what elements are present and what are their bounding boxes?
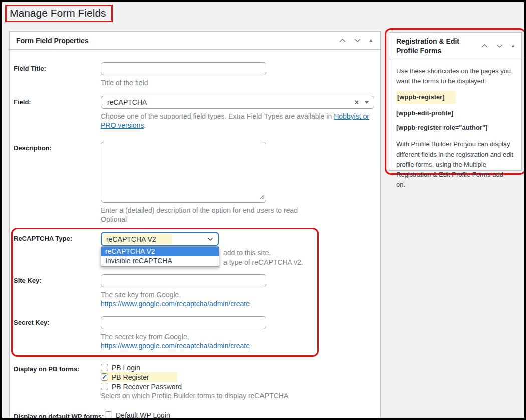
secret-key-row: Secret Key: The secret key from Google, … [14, 316, 317, 350]
recaptcha-type-value: reCAPTCHA V2 [104, 234, 172, 244]
pb-recover-label[interactable]: PB Recover Password [112, 383, 182, 391]
pb-register-highlight: ✓ PB Register [101, 372, 177, 382]
sidebar-panel-title: Registration & Edit Profile Forms [396, 37, 475, 56]
site-key-link[interactable]: https://www.google.com/recaptcha/admin/c… [101, 300, 250, 308]
pb-register-option: ✓ PB Register [101, 372, 380, 382]
pb-login-label[interactable]: PB Login [112, 364, 140, 372]
shortcode-line: [wppb-register role="author"] [396, 123, 514, 133]
manage-form-fields-page: { "page": { "title": "Manage Form Fields… [0, 0, 526, 420]
field-hint: Choose one of the supported field types.… [101, 112, 380, 130]
secret-key-input[interactable] [101, 316, 266, 329]
pb-forms-row: Display on PB forms: PB Login ✓ PB Regis… [10, 363, 380, 400]
clear-selection-icon[interactable]: × [355, 99, 359, 106]
move-down-icon[interactable] [496, 44, 503, 48]
pb-forms-label: Display on PB forms: [14, 363, 101, 400]
shortcode-wppb-register: [wppb-register] [396, 91, 456, 104]
field-title-hint: Title of the field [101, 78, 380, 87]
recaptcha-type-label: ReCAPTCHA Type: [14, 232, 101, 274]
wp-forms-row: Display on default WP forms: Default WP … [10, 410, 380, 420]
description-textarea[interactable] [101, 142, 266, 203]
recaptcha-hint-fragment-1: add to this site. [223, 249, 271, 257]
wp-login-checkbox[interactable] [105, 411, 112, 419]
pb-recover-option: PB Recover Password [101, 382, 380, 391]
dropdown-arrow-icon[interactable] [365, 101, 369, 104]
field-label: Field: [14, 96, 101, 130]
field-title-input[interactable] [101, 62, 266, 75]
pb-register-checkbox[interactable]: ✓ [101, 373, 108, 381]
description-label: Description: [14, 142, 101, 224]
recaptcha-type-select[interactable]: reCAPTCHA V2 [101, 232, 219, 246]
pb-login-checkbox[interactable] [101, 364, 108, 371]
secret-key-hint: The secret key from Google, https://www.… [101, 332, 317, 350]
shortcode-line: [wppb-register] [396, 91, 514, 104]
collapse-toggle-icon[interactable]: ▲ [369, 38, 373, 43]
shortcode-wppb-register-role: [wppb-register role="author"] [396, 124, 487, 131]
sidebar-panel-body: Use these shortcodes on the pages you wa… [389, 60, 521, 196]
sidebar-header-controls: ▲ [481, 44, 515, 48]
field-type-select[interactable]: reCAPTCHA × [101, 96, 374, 109]
site-key-label: Site Key: [14, 274, 101, 308]
panel-title: Form Field Properties [16, 37, 89, 45]
form-field-properties-panel: Form Field Properties ▲ Field Title: Tit… [9, 31, 381, 418]
page-title: Manage Form Fields [10, 7, 106, 19]
resize-handle-icon[interactable] [259, 192, 265, 201]
panel-header: Form Field Properties ▲ [10, 32, 380, 50]
field-row: Field: reCAPTCHA × Choose one of the sup… [10, 96, 380, 130]
collapse-toggle-icon[interactable]: ▲ [511, 44, 515, 48]
wp-forms-label: Display on default WP forms: [14, 410, 105, 420]
title-annotation-box: Manage Form Fields [5, 5, 113, 22]
sidebar-panel-header: Registration & Edit Profile Forms ▲ [389, 33, 521, 60]
secret-key-label: Secret Key: [14, 316, 101, 350]
pb-recover-checkbox[interactable] [101, 383, 108, 390]
move-down-icon[interactable] [354, 38, 361, 43]
field-title-row: Field Title: Title of the field [10, 62, 380, 87]
site-key-hint: The site key from Google, https://www.go… [101, 290, 317, 308]
panel-header-controls: ▲ [339, 38, 373, 43]
description-row: Description: Enter a (detailed) descript… [10, 142, 380, 224]
registration-forms-panel: Registration & Edit Profile Forms ▲ Use … [389, 32, 522, 171]
move-up-icon[interactable] [339, 38, 346, 43]
pb-login-option: PB Login [101, 363, 380, 372]
recaptcha-hint-fragment-2: a type of reCAPTCHA v2. [223, 258, 303, 266]
wp-login-option: Default WP Login [105, 410, 380, 420]
shortcode-line: [wppb-edit-profile] [396, 108, 514, 118]
description-hint-line1: Enter a (detailed) description of the op… [101, 206, 380, 215]
select-chevron-icon [207, 237, 213, 241]
field-type-value: reCAPTCHA [107, 98, 355, 106]
shortcode-wppb-edit-profile: [wppb-edit-profile] [396, 109, 453, 117]
sidebar-annotation-box: Registration & Edit Profile Forms ▲ Use … [385, 28, 526, 175]
recaptcha-annotation-box: ReCAPTCHA Type: reCAPTCHA V2 add to this… [11, 228, 319, 357]
wp-login-label[interactable]: Default WP Login [116, 411, 170, 419]
sidebar-note: With Profile Builder Pro you can display… [396, 139, 514, 190]
sidebar-intro: Use these shortcodes on the pages you wa… [396, 66, 514, 86]
move-up-icon[interactable] [481, 44, 488, 48]
option-invisible-recaptcha[interactable]: Invisible reCAPTCHA [101, 256, 219, 266]
pb-register-label[interactable]: PB Register [112, 373, 149, 381]
recaptcha-type-dropdown-list: reCAPTCHA V2 Invisible reCAPTCHA [101, 246, 219, 267]
description-hint-line2: Optional [101, 215, 380, 224]
check-icon: ✓ [102, 374, 107, 380]
secret-key-link[interactable]: https://www.google.com/recaptcha/admin/c… [101, 342, 250, 350]
site-key-input[interactable] [101, 274, 266, 287]
recaptcha-type-row: ReCAPTCHA Type: reCAPTCHA V2 add to this… [14, 232, 317, 274]
option-recaptcha-v2[interactable]: reCAPTCHA V2 [101, 247, 219, 256]
site-key-row: Site Key: The site key from Google, http… [14, 274, 317, 308]
pb-forms-hint: Select on which Profile Builder forms to… [101, 391, 380, 400]
field-title-label: Field Title: [14, 62, 101, 87]
